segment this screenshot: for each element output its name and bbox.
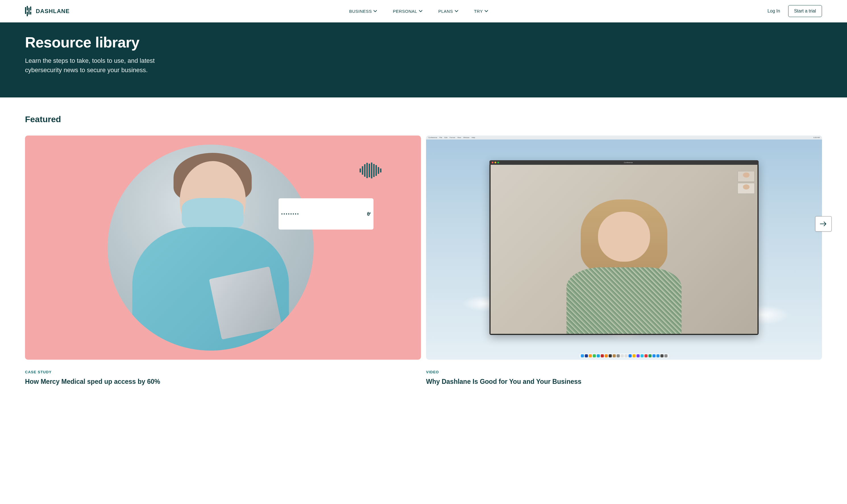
- mac-dock: [579, 354, 669, 358]
- dock-app-icon: [640, 354, 643, 357]
- mac-window-title: Conference: [624, 162, 633, 163]
- dock-app-icon: [613, 354, 616, 357]
- card-category: CASE STUDY: [25, 370, 421, 374]
- video-participant-pip: [738, 171, 755, 182]
- start-trial-button[interactable]: Start a trial: [788, 5, 822, 17]
- video-participant-pip: [738, 183, 755, 194]
- nav-item-try[interactable]: TRY: [474, 9, 488, 14]
- page-subtitle: Learn the steps to take, tools to use, a…: [25, 56, 184, 75]
- dashlane-mini-icon: [367, 212, 371, 216]
- chevron-down-icon: [455, 10, 458, 12]
- menubar-item: Format: [449, 137, 455, 138]
- nav-item-label: PERSONAL: [393, 9, 417, 14]
- svg-rect-4: [30, 6, 31, 11]
- nav-item-business[interactable]: BUSINESS: [349, 9, 377, 14]
- card-image: [25, 136, 421, 360]
- dock-app-icon: [652, 354, 655, 357]
- nurse-illustration: [108, 145, 314, 350]
- dashlane-logo-icon: [25, 6, 33, 16]
- mac-titlebar: Conference: [490, 160, 759, 165]
- dock-app-icon: [617, 354, 620, 357]
- svg-rect-2: [27, 12, 28, 16]
- featured-section: Featured: [0, 97, 847, 397]
- card-title: How Mercy Medical sped up access by 60%: [25, 378, 421, 386]
- svg-rect-8: [368, 215, 369, 216]
- traffic-light-close-icon: [492, 162, 493, 163]
- video-area: [491, 165, 757, 334]
- nav-item-personal[interactable]: PERSONAL: [393, 9, 422, 14]
- menubar-item: Edit: [444, 137, 447, 138]
- hero-section: Resource library Learn the steps to take…: [0, 22, 847, 97]
- dock-app-icon: [632, 354, 636, 357]
- traffic-light-zoom-icon: [497, 162, 499, 163]
- nav-item-label: PLANS: [438, 9, 453, 14]
- featured-card-video[interactable]: Conference File Edit Format View Window …: [426, 136, 822, 386]
- nav-item-label: TRY: [474, 9, 483, 14]
- arrow-right-icon: [820, 221, 827, 227]
- dock-app-icon: [636, 354, 639, 357]
- svg-rect-10: [370, 212, 370, 214]
- dock-app-icon: [589, 354, 592, 357]
- svg-rect-9: [369, 213, 370, 215]
- waveform-icon: [359, 162, 382, 178]
- featured-card-case-study[interactable]: CASE STUDY How Mercy Medical sped up acc…: [25, 136, 421, 386]
- dock-app-icon: [624, 354, 628, 357]
- dock-app-icon: [664, 354, 667, 357]
- menubar-item: Window: [463, 137, 469, 138]
- brand-logo[interactable]: DASHLANE: [25, 6, 70, 16]
- card-category: VIDEO: [426, 370, 822, 374]
- carousel-next-button[interactable]: [815, 216, 832, 232]
- dock-app-icon: [656, 354, 659, 357]
- chevron-down-icon: [484, 10, 488, 12]
- svg-rect-7: [368, 212, 369, 214]
- traffic-light-minimize-icon: [495, 162, 496, 163]
- dock-app-icon: [648, 354, 651, 357]
- password-card-illustration: [279, 198, 373, 230]
- dock-app-icon: [597, 354, 600, 357]
- dock-app-icon: [645, 354, 648, 357]
- dock-app-icon: [593, 354, 596, 357]
- dock-app-icon: [604, 354, 608, 357]
- chevron-down-icon: [373, 10, 377, 12]
- dock-app-icon: [629, 354, 632, 357]
- svg-rect-0: [25, 7, 26, 14]
- nav-item-label: BUSINESS: [349, 9, 372, 14]
- svg-rect-1: [27, 6, 28, 11]
- svg-rect-5: [30, 12, 31, 15]
- mac-menubar: Conference File Edit Format View Window …: [426, 136, 822, 140]
- brand-name: DASHLANE: [36, 8, 70, 15]
- nav-center: BUSINESS PERSONAL PLANS TRY: [349, 9, 488, 14]
- svg-rect-6: [367, 213, 368, 215]
- top-nav: DASHLANE BUSINESS PERSONAL PLANS TRY Log…: [0, 0, 847, 22]
- video-participant-main: [552, 195, 696, 334]
- menubar-item: Conference: [428, 137, 437, 138]
- card-image: Conference File Edit Format View Window …: [426, 136, 822, 360]
- section-title: Featured: [25, 114, 822, 124]
- dock-app-icon: [581, 354, 584, 357]
- nav-right: Log In Start a trial: [767, 5, 822, 17]
- svg-rect-3: [29, 8, 30, 15]
- page-title: Resource library: [25, 34, 822, 51]
- nav-left: DASHLANE: [25, 6, 70, 16]
- menubar-item: View: [457, 137, 461, 138]
- dock-app-icon: [608, 354, 612, 357]
- chevron-down-icon: [419, 10, 422, 12]
- mac-window: Conference: [490, 160, 759, 335]
- menubar-item: Help: [472, 137, 475, 138]
- featured-cards: CASE STUDY How Mercy Medical sped up acc…: [25, 136, 822, 386]
- menubar-item: File: [439, 137, 442, 138]
- dock-app-icon: [601, 354, 604, 357]
- card-title: Why Dashlane Is Good for You and Your Bu…: [426, 378, 822, 386]
- dock-app-icon: [660, 354, 664, 357]
- menubar-time: 9:29 AM: [813, 137, 820, 138]
- nav-item-plans[interactable]: PLANS: [438, 9, 458, 14]
- dock-app-icon: [585, 354, 588, 357]
- login-link[interactable]: Log In: [767, 8, 780, 14]
- dock-app-icon: [620, 354, 623, 357]
